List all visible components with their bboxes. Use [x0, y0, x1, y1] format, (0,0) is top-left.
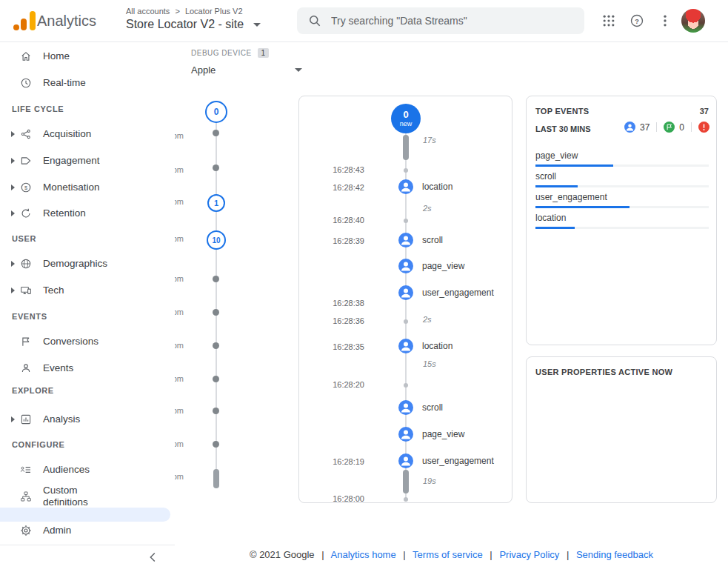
sidebar-item-engagement[interactable]: Engagement [0, 149, 175, 173]
expand-arrow-icon[interactable] [11, 261, 15, 267]
event-bar-track [535, 185, 709, 187]
property-selector[interactable]: Store Locator V2 - site [126, 18, 261, 31]
minute-time-label: pm [175, 197, 184, 206]
sidebar-item-analysis[interactable]: Analysis [0, 408, 175, 431]
last-30-mins-label: LAST 30 MINS [535, 124, 591, 133]
stream-event-row[interactable]: location [398, 339, 453, 353]
timestamp: 16:28:36 [320, 316, 364, 325]
expand-arrow-icon[interactable] [11, 158, 15, 164]
minute-marker-dot[interactable] [213, 276, 219, 282]
search-bar[interactable] [297, 7, 584, 34]
stream-event-row[interactable]: scroll [398, 233, 443, 247]
minute-marker-pill[interactable] [213, 469, 219, 488]
footer-link-feedback[interactable]: Sending feedback [576, 549, 653, 560]
minute-marker-dot[interactable] [213, 164, 219, 171]
footer-link-terms[interactable]: Terms of service [413, 549, 483, 560]
sidebar-item-realtime[interactable]: Real-time [0, 71, 175, 95]
minute-time-label: pm [175, 341, 184, 350]
sidebar-item-acquisition[interactable]: Acquisition [0, 122, 175, 146]
gear-icon [19, 524, 33, 537]
event-bar-track [535, 164, 709, 167]
stream-event-row[interactable]: scroll [398, 400, 443, 415]
sidebar-item-admin[interactable]: Admin [0, 519, 175, 542]
expand-arrow-icon[interactable] [11, 185, 15, 190]
sidebar-nav: Home Real-time LIFE CYCLE Acquisition En… [0, 42, 175, 575]
tag-icon [19, 154, 33, 167]
sidebar-item-tech[interactable]: Tech [0, 279, 175, 302]
minute-marker-dot[interactable] [213, 309, 219, 316]
top-event-row[interactable]: scroll [535, 169, 709, 187]
sidebar-item-custom-definitions[interactable]: Custom definitions [0, 482, 175, 511]
user-properties-title: USER PROPERTIES ACTIVE NOW [535, 368, 672, 376]
event-name: page_view [422, 261, 464, 271]
expand-arrow-icon[interactable] [11, 288, 15, 293]
timestamp: 16:28:42 [320, 183, 364, 192]
timestamp: 16:28:20 [320, 380, 364, 389]
breadcrumb-account[interactable]: All accounts [126, 7, 170, 16]
new-events-count: 0 [403, 110, 408, 119]
counter-divider [656, 122, 657, 132]
breadcrumb-property[interactable]: Locator Plus V2 [185, 7, 243, 16]
minute-marker-dot[interactable] [213, 441, 219, 448]
top-event-row[interactable]: user_engagement [535, 190, 709, 208]
debug-device-count-badge: 1 [258, 48, 270, 58]
search-input[interactable] [331, 15, 574, 27]
sidebar-item-conversions[interactable]: Conversions [0, 330, 175, 353]
stream-event-row[interactable]: page_view [398, 427, 464, 442]
sidebar-item-label: Analysis [43, 413, 114, 425]
stream-event-row[interactable]: page_view [398, 259, 464, 273]
top-event-row[interactable]: page_view [535, 148, 709, 167]
collapse-sidebar-button[interactable] [145, 549, 161, 565]
minute-marker-circle[interactable]: 1 [207, 194, 225, 212]
minute-marker-dot[interactable] [213, 376, 219, 382]
sidebar-item-home[interactable]: Home [0, 44, 175, 68]
event-counters: 37 0 [624, 122, 714, 133]
events-count: 37 [640, 122, 649, 133]
timestamp: 16:28:38 [320, 299, 364, 308]
debug-device-select[interactable]: Apple [191, 64, 302, 76]
more-vert-icon[interactable] [658, 13, 672, 28]
sidebar-section-events: EVENTS [12, 312, 47, 321]
event-bar [535, 227, 575, 229]
dollar-icon: $ [19, 181, 33, 194]
timestamp: 16:28:19 [320, 457, 364, 466]
minute-marker-dot[interactable] [213, 342, 219, 349]
apps-grid-icon[interactable] [601, 13, 616, 28]
timestamp: 16:28:00 [320, 494, 364, 503]
minute-marker-dot[interactable] [213, 408, 219, 414]
top-event-row[interactable]: location [535, 210, 709, 229]
sidebar-item-retention[interactable]: Retention [0, 202, 175, 225]
minute-marker-circle[interactable]: 0 [205, 101, 227, 123]
retention-icon [19, 207, 33, 220]
flag-icon [19, 335, 33, 348]
new-events-circle[interactable]: 0 new [391, 104, 421, 133]
sidebar-item-demographics[interactable]: Demographics [0, 252, 175, 276]
user-event-icon [398, 285, 413, 300]
help-icon[interactable]: ? [630, 13, 644, 28]
expand-arrow-icon[interactable] [11, 131, 15, 137]
analytics-logo-icon[interactable] [13, 11, 36, 31]
footer-separator: | [321, 549, 324, 560]
minute-marker-circle[interactable]: 10 [207, 230, 226, 250]
stream-event-row[interactable]: user_engagement [398, 453, 494, 468]
debug-device-label: DEBUG DEVICE [191, 49, 252, 57]
minute-event-count: 10 [212, 236, 220, 245]
user-avatar[interactable] [681, 9, 705, 33]
sidebar-item-events[interactable]: Events [0, 356, 175, 380]
engagement-pill [403, 470, 409, 493]
sidebar-item-audiences[interactable]: Audiences [0, 458, 175, 482]
expand-arrow-icon[interactable] [11, 416, 15, 422]
user-event-icon [398, 233, 413, 247]
stream-event-row[interactable]: user_engagement [398, 285, 494, 300]
seconds-stream-card: 0 new 17s 2s 2s 15s 19s 16:28:43 16:28:4… [298, 96, 512, 503]
expand-arrow-icon[interactable] [11, 210, 15, 216]
search-icon [307, 13, 322, 28]
stream-event-row[interactable]: location [398, 179, 453, 194]
minute-marker-dot[interactable] [213, 130, 219, 136]
sidebar-item-monetisation[interactable]: $ Monetisation [0, 176, 175, 199]
sidebar-item-label: Tech [43, 285, 114, 296]
footer-link-privacy[interactable]: Privacy Policy [499, 549, 559, 560]
event-name: location [422, 182, 453, 192]
footer-link-analytics-home[interactable]: Analytics home [331, 549, 396, 560]
timeline-dot [404, 383, 408, 388]
